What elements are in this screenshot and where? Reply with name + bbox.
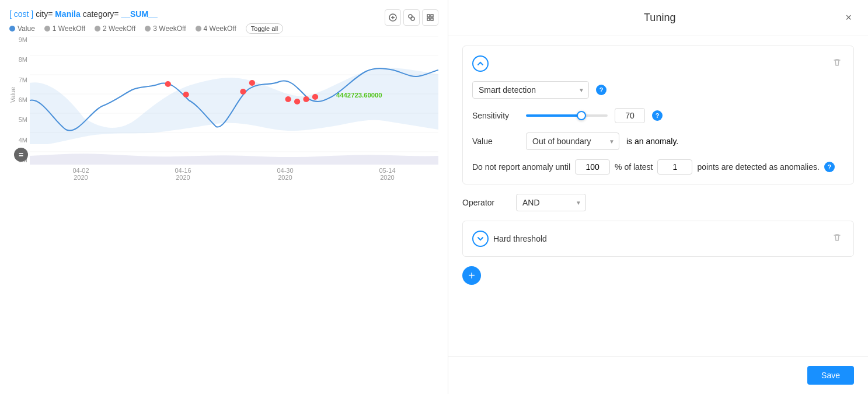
- legend-value-dot: [9, 26, 15, 32]
- svg-point-20: [303, 96, 309, 102]
- x-label-0416: 04-16 2020: [175, 167, 191, 181]
- boundary-select[interactable]: Out of boundary Above boundary Below bou…: [526, 133, 619, 150]
- panel-title: Tuning: [476, 12, 843, 24]
- sensitivity-value-input[interactable]: [615, 108, 645, 123]
- operator-section: Operator AND OR ▼: [462, 194, 854, 211]
- svg-rect-4: [431, 15, 433, 17]
- y-label-8m: 8M: [19, 56, 27, 63]
- smart-detection-block: Smart detection Hard threshold Custom ▼ …: [462, 46, 854, 184]
- panel-body: Smart detection Hard threshold Custom ▼ …: [448, 36, 868, 356]
- detection-block-header: [472, 55, 844, 72]
- legend-3weekoff: 3 WeekOff: [145, 25, 186, 33]
- svg-point-15: [183, 92, 189, 97]
- y-label-6m: 6M: [19, 96, 27, 103]
- hard-threshold-title: Hard threshold: [472, 231, 547, 247]
- chart-city-label: city=: [36, 9, 53, 19]
- slider-container: [526, 114, 608, 117]
- y-label-7m: 7M: [19, 76, 27, 83]
- close-button[interactable]: ×: [843, 9, 854, 26]
- tuning-panel: Tuning ×: [448, 0, 868, 394]
- x-axis: 04-02 2020 04-16 2020 04-30 2020 05-14 2…: [30, 165, 438, 188]
- toggle-all-button[interactable]: Toggle all: [246, 23, 283, 34]
- detection-type-wrapper: Smart detection Hard threshold Custom ▼: [472, 81, 589, 99]
- operator-label: Operator: [462, 198, 509, 207]
- save-button[interactable]: Save: [807, 366, 854, 385]
- sensitivity-help-icon[interactable]: ?: [652, 110, 663, 121]
- chart-category-label: category=: [83, 9, 119, 19]
- detection-type-row: Smart detection Hard threshold Custom ▼ …: [472, 81, 844, 99]
- anomaly-suffix-text: is an anomaly.: [626, 137, 678, 146]
- y-axis: 9M 8M 7M 6M 5M 4M 3M: [9, 36, 30, 165]
- chart-wrapper: Value 9M 8M 7M 6M 5M 4M 3M: [9, 36, 438, 188]
- detection-help-icon[interactable]: ?: [596, 85, 606, 95]
- add-condition-button[interactable]: +: [462, 266, 481, 285]
- legend-2weekoff-label: 2 WeekOff: [103, 25, 135, 33]
- svg-rect-6: [431, 18, 433, 20]
- chart-title-prefix: [ cost ]: [9, 9, 33, 19]
- svg-point-19: [294, 99, 300, 104]
- x-label-0402: 04-02 2020: [72, 167, 89, 181]
- report-latest-input[interactable]: [657, 159, 692, 175]
- svg-rect-5: [427, 18, 430, 20]
- svg-point-18: [285, 96, 291, 102]
- sensitivity-label: Sensitivity: [472, 111, 519, 120]
- svg-point-16: [240, 89, 246, 95]
- legend-1weekoff-dot: [44, 26, 50, 32]
- chart-svg: 4442723.60000: [30, 36, 438, 165]
- svg-text:4442723.60000: 4442723.60000: [336, 92, 382, 99]
- legend-4weekoff-dot: [196, 26, 201, 32]
- hard-threshold-collapse-button[interactable]: [472, 231, 489, 247]
- svg-point-14: [165, 81, 171, 87]
- chart-toolbar: [385, 9, 438, 26]
- detection-delete-button[interactable]: [830, 55, 844, 72]
- zoom-button[interactable]: =: [14, 148, 28, 162]
- legend-4weekoff-label: 4 WeekOff: [204, 25, 236, 33]
- report-prefix-text: Do not report anomaly until: [472, 162, 570, 172]
- chart-toolbar-btn-2[interactable]: [403, 9, 420, 26]
- legend-1weekoff: 1 WeekOff: [44, 25, 85, 33]
- svg-point-21: [312, 94, 318, 100]
- legend-1weekoff-label: 1 WeekOff: [53, 25, 85, 33]
- y-label-9m: 9M: [19, 36, 27, 43]
- detection-type-select[interactable]: Smart detection Hard threshold Custom: [472, 81, 589, 99]
- chart-toolbar-btn-1[interactable]: [385, 9, 401, 26]
- value-label: Value: [472, 137, 519, 146]
- hard-threshold-header: Hard threshold: [472, 231, 844, 247]
- hard-threshold-delete-button[interactable]: [830, 231, 844, 247]
- svg-rect-3: [427, 15, 430, 17]
- x-label-0430: 04-30 2020: [277, 167, 293, 181]
- chart-toolbar-btn-3[interactable]: [422, 9, 438, 26]
- legend-value: Value: [9, 25, 35, 33]
- sensitivity-slider[interactable]: [526, 114, 608, 117]
- boundary-wrapper: Out of boundary Above boundary Below bou…: [526, 133, 619, 150]
- report-help-icon[interactable]: ?: [824, 162, 835, 172]
- svg-point-17: [249, 80, 255, 86]
- value-anomaly-row: Value Out of boundary Above boundary Bel…: [472, 133, 844, 150]
- svg-point-2: [411, 17, 414, 20]
- report-percentage-input[interactable]: [575, 159, 610, 175]
- y-label-4m: 4M: [19, 137, 27, 144]
- report-percent-label: % of latest: [615, 162, 653, 172]
- detection-collapse-button[interactable]: [472, 55, 489, 72]
- chart-category-value: __SUM__: [121, 9, 157, 19]
- hard-threshold-label: Hard threshold: [493, 234, 547, 243]
- y-label-5m: 5M: [19, 116, 27, 123]
- report-suffix-text: points are detected as anomalies.: [697, 162, 819, 172]
- legend-3weekoff-label: 3 WeekOff: [153, 25, 186, 33]
- legend-value-label: Value: [18, 25, 35, 33]
- operator-select[interactable]: AND OR: [516, 194, 586, 211]
- x-label-0514: 05-14 2020: [379, 167, 395, 181]
- chart-legend: Value 1 WeekOff 2 WeekOff 3 WeekOff 4 We…: [9, 23, 438, 34]
- report-row: Do not report anomaly until % of latest …: [472, 159, 844, 175]
- chart-canvas: 4442723.60000: [30, 36, 438, 165]
- sensitivity-row: Sensitivity ?: [472, 108, 844, 123]
- legend-3weekoff-dot: [145, 26, 151, 32]
- chart-city-value: Manila: [55, 9, 81, 19]
- hard-threshold-block: Hard threshold: [462, 221, 854, 257]
- panel-footer: Save: [448, 356, 868, 394]
- legend-2weekoff: 2 WeekOff: [95, 25, 135, 33]
- operator-wrapper: AND OR ▼: [516, 194, 586, 211]
- operator-row: Operator AND OR ▼: [462, 194, 854, 211]
- legend-2weekoff-dot: [95, 26, 100, 32]
- chart-area: [ cost ] city= Manila category= __SUM__: [0, 0, 448, 394]
